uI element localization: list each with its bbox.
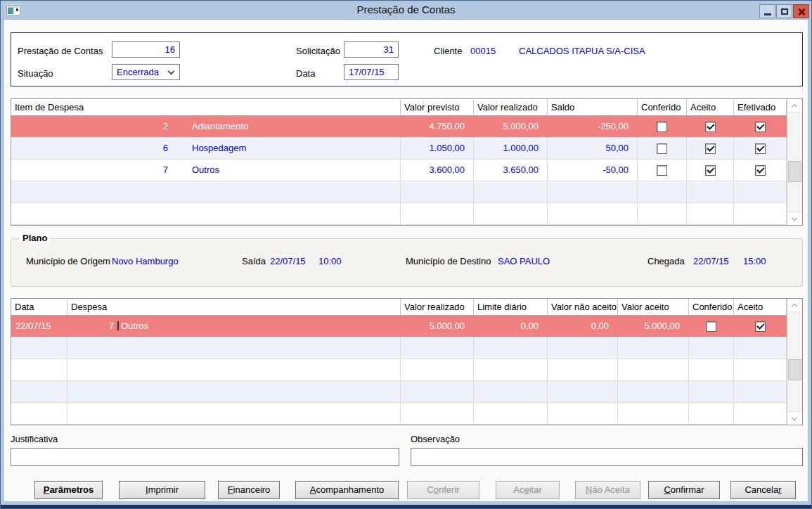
conferir-button[interactable]: Conferir bbox=[407, 481, 479, 499]
text-caret bbox=[117, 321, 119, 330]
empty-cell bbox=[689, 403, 734, 425]
maximize-button[interactable] bbox=[776, 4, 792, 18]
scrollbar-thumb[interactable] bbox=[788, 359, 801, 380]
window-bottom-edge bbox=[1, 505, 811, 508]
chevron-down-icon bbox=[792, 215, 797, 221]
aceito-checkbox[interactable] bbox=[705, 165, 716, 176]
daily-table-empty-row[interactable] bbox=[11, 337, 787, 359]
minimize-button[interactable] bbox=[759, 4, 775, 18]
empty-cell bbox=[474, 403, 548, 425]
column-header[interactable]: Valor realizado bbox=[474, 99, 548, 115]
observacao-label: Observação bbox=[411, 434, 460, 444]
conferido-checkbox[interactable] bbox=[706, 321, 716, 332]
items-table-empty-row[interactable] bbox=[11, 203, 787, 225]
column-header[interactable]: Despesa bbox=[67, 299, 401, 315]
empty-cell bbox=[734, 359, 787, 381]
column-header[interactable]: Aceito bbox=[734, 299, 787, 315]
empty-cell bbox=[734, 403, 787, 425]
limite-diario-cell: 0,00 bbox=[474, 316, 548, 337]
aceito-cell bbox=[687, 138, 734, 160]
scroll-up-button[interactable] bbox=[787, 99, 802, 112]
valor-aceito-cell: 5.000,00 bbox=[618, 316, 689, 337]
empty-cell bbox=[548, 203, 638, 225]
aceito-checkbox[interactable] bbox=[705, 143, 716, 154]
aceitar-button[interactable]: Aceitar bbox=[496, 481, 560, 499]
daily-table-empty-row[interactable] bbox=[11, 359, 787, 381]
daily-table-scrollbar[interactable] bbox=[787, 299, 802, 425]
aceito-checkbox[interactable] bbox=[705, 122, 716, 132]
data-input[interactable]: 17/07/15 bbox=[344, 64, 399, 80]
chegada-label: Chegada bbox=[647, 256, 685, 266]
empty-cell bbox=[401, 337, 474, 359]
column-header[interactable]: Item de Despesa bbox=[11, 99, 401, 115]
aceito-checkbox[interactable] bbox=[755, 321, 766, 332]
items-table-row[interactable]: 6Hospedagem 1.050,00 1.000,00 50,00 bbox=[11, 138, 787, 160]
financeiro-button[interactable]: Financeiro bbox=[218, 481, 280, 499]
valor-realizado-cell: 3.650,00 bbox=[474, 160, 548, 181]
valor-previsto-cell: 4.750,00 bbox=[401, 116, 474, 138]
column-header[interactable]: Valor previsto bbox=[401, 99, 474, 115]
parametros-button[interactable]: Parâmetros bbox=[34, 481, 103, 499]
cancelar-button[interactable]: Cancelar bbox=[730, 481, 796, 499]
items-table-scrollbar[interactable] bbox=[787, 99, 802, 225]
scrollbar-thumb[interactable] bbox=[788, 161, 801, 182]
column-header[interactable]: Valor aceito bbox=[618, 299, 689, 315]
column-header[interactable]: Valor não aceito bbox=[548, 299, 618, 315]
conferido-cell bbox=[638, 116, 687, 138]
empty-cell bbox=[689, 359, 734, 381]
empty-cell bbox=[618, 359, 689, 381]
empty-cell bbox=[11, 337, 67, 359]
valor-realizado-cell: 5.000,00 bbox=[474, 116, 548, 138]
efetivado-checkbox[interactable] bbox=[755, 165, 766, 176]
conferido-checkbox[interactable] bbox=[657, 122, 667, 132]
items-table-row[interactable]: 7Outros 3.600,00 3.650,00 -50,00 bbox=[11, 160, 787, 181]
titlebar[interactable]: Prestação de Contas bbox=[1, 1, 811, 20]
maximize-icon bbox=[781, 8, 788, 15]
empty-cell bbox=[11, 403, 67, 425]
items-table-row-selected[interactable]: 2Adiantamento 4.750,00 5.000,00 -250,00 bbox=[11, 116, 787, 138]
confirmar-button[interactable]: Confirmar bbox=[648, 481, 720, 499]
column-header[interactable]: Limite diário bbox=[474, 299, 548, 315]
empty-cell bbox=[67, 359, 401, 381]
column-header[interactable]: Aceito bbox=[687, 99, 734, 115]
items-table-header: Item de Despesa Valor previsto Valor rea… bbox=[11, 99, 787, 116]
conferido-checkbox[interactable] bbox=[657, 165, 667, 176]
prestacao-input[interactable]: 16 bbox=[112, 41, 180, 58]
situacao-dropdown[interactable]: Encerrada bbox=[112, 64, 180, 80]
solicitacao-input[interactable]: 31 bbox=[344, 41, 399, 58]
column-header[interactable]: Saldo bbox=[548, 99, 638, 115]
scroll-down-button[interactable] bbox=[787, 212, 802, 225]
nao-aceita-button[interactable]: Não Aceita bbox=[575, 481, 640, 499]
conferido-checkbox[interactable] bbox=[657, 143, 667, 154]
efetivado-checkbox[interactable] bbox=[755, 143, 766, 154]
imprimir-button[interactable]: Imprimir bbox=[119, 481, 205, 499]
justificativa-input[interactable] bbox=[11, 448, 399, 466]
saida-label: Saída bbox=[242, 256, 266, 266]
column-header[interactable]: Conferido bbox=[638, 99, 687, 115]
daily-table: Data Despesa Valor realizado Limite diár… bbox=[11, 298, 803, 425]
cliente-name: CALCADOS ITAPUA S/A-CISA bbox=[519, 46, 645, 56]
scroll-up-button[interactable] bbox=[787, 299, 802, 312]
destino-label: Município de Destino bbox=[406, 256, 491, 266]
column-header[interactable]: Efetivado bbox=[734, 99, 787, 115]
item-cell: 7Outros bbox=[11, 160, 401, 181]
daily-table-row-selected[interactable]: 22/07/15 7Outros 5.000,00 0,00 0,00 5.00… bbox=[11, 316, 787, 337]
item-cell: 2Adiantamento bbox=[11, 116, 401, 138]
column-header[interactable]: Data bbox=[11, 299, 67, 315]
empty-cell bbox=[11, 203, 401, 225]
efetivado-checkbox[interactable] bbox=[755, 122, 766, 132]
plano-title: Plano bbox=[19, 233, 51, 243]
empty-cell bbox=[11, 381, 67, 403]
efetivado-cell bbox=[734, 116, 787, 138]
acompanhamento-button[interactable]: Acompanhamento bbox=[295, 481, 399, 499]
scroll-down-button[interactable] bbox=[787, 411, 802, 425]
daily-table-empty-row[interactable] bbox=[11, 403, 787, 425]
column-header[interactable]: Conferido bbox=[689, 299, 734, 315]
column-header[interactable]: Valor realizado bbox=[401, 299, 474, 315]
window-title: Prestação de Contas bbox=[1, 4, 811, 15]
empty-cell bbox=[618, 381, 689, 403]
items-table-empty-row[interactable] bbox=[11, 181, 787, 203]
observacao-input[interactable] bbox=[411, 448, 803, 466]
close-button[interactable] bbox=[793, 4, 809, 18]
daily-table-empty-row[interactable] bbox=[11, 381, 787, 403]
